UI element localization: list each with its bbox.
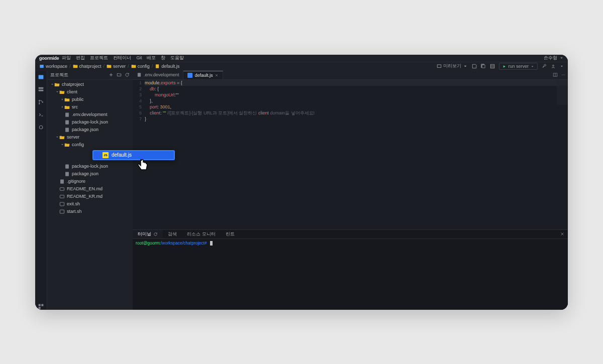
minimap[interactable]: [557, 80, 568, 105]
tree-item-package-lock-json[interactable]: package-lock.json: [47, 163, 133, 170]
tree-item-start-sh[interactable]: start.sh: [47, 208, 133, 215]
activity-bar: [35, 71, 47, 310]
explorer-icon[interactable]: [38, 74, 44, 80]
svg-rect-28: [138, 73, 141, 77]
svg-rect-7: [39, 75, 44, 79]
svg-rect-27: [60, 210, 64, 213]
terminal-tab-terminal[interactable]: 터미널: [133, 230, 163, 238]
command-icon[interactable]: [38, 111, 44, 118]
svg-rect-18: [65, 120, 69, 124]
svg-rect-26: [60, 202, 64, 206]
svg-rect-21: [65, 164, 69, 168]
close-icon[interactable]: [215, 73, 219, 77]
menu-window[interactable]: 창: [161, 55, 165, 61]
breadcrumb-server[interactable]: server: [107, 64, 126, 69]
svg-rect-3: [491, 64, 495, 68]
logo: goormide: [39, 56, 59, 61]
terminal-body[interactable]: root@goorm:/workspace/chatproject#: [133, 239, 568, 310]
menu-help[interactable]: 도움말: [170, 55, 184, 61]
more-icon[interactable]: [561, 72, 566, 77]
preview-button[interactable]: 미리보기: [437, 63, 468, 69]
breadcrumb: workspace / chatproject / server / confi…: [39, 64, 179, 69]
tab-default-js[interactable]: default.js: [183, 71, 223, 79]
chevron-down-icon[interactable]: [559, 56, 564, 60]
svg-rect-9: [39, 89, 44, 91]
svg-rect-23: [60, 179, 64, 183]
menu-file[interactable]: 파일: [62, 55, 71, 61]
split-icon[interactable]: [553, 72, 558, 77]
svg-point-33: [563, 74, 563, 75]
close-icon[interactable]: [560, 231, 565, 236]
refresh-icon[interactable]: [125, 72, 130, 77]
tree-item-README_EN-md[interactable]: README_EN.md: [47, 185, 133, 193]
run-button[interactable]: run server: [499, 63, 538, 70]
menu-git[interactable]: Git: [136, 55, 142, 61]
svg-point-6: [553, 65, 554, 66]
new-folder-icon[interactable]: [117, 72, 122, 77]
tree-item--env-development[interactable]: .env.development: [47, 111, 133, 118]
menu-project[interactable]: 프로젝트: [90, 55, 108, 61]
svg-rect-14: [39, 304, 41, 306]
debug-icon[interactable]: [38, 124, 44, 131]
cursor-hand-icon: [136, 158, 152, 176]
menu-container[interactable]: 컨테이너: [113, 55, 131, 61]
breadcrumb-workspace[interactable]: workspace: [39, 64, 67, 69]
tree-item--gitignore[interactable]: .gitignore: [47, 178, 133, 185]
terminal-tab-lint[interactable]: 린트: [221, 230, 240, 238]
svg-point-13: [39, 126, 43, 129]
new-file-icon[interactable]: [109, 72, 114, 77]
terminal-tab-resource[interactable]: 리소스 모니터: [182, 230, 221, 238]
tree-item-README_KR-md[interactable]: README_KR.md: [47, 193, 133, 200]
menu-bar: 파일 편집 프로젝트 컨테이너 Git 배포 창 도움말: [62, 55, 184, 61]
code-editor[interactable]: 1234567 module.exports = { db: { mongoUr…: [133, 80, 568, 229]
wrench-icon[interactable]: [542, 64, 547, 69]
tab-env-development[interactable]: .env.development: [133, 71, 183, 79]
tree-item-public[interactable]: public: [47, 96, 133, 103]
file-highlight-callout: JS default.js: [92, 150, 175, 160]
refresh-icon[interactable]: [153, 232, 158, 236]
tree-item-client[interactable]: client: [47, 88, 133, 96]
tree-item-package-json[interactable]: package.json: [47, 126, 133, 134]
breadcrumb-chatproject[interactable]: chatproject: [73, 64, 102, 69]
svg-rect-22: [65, 172, 69, 176]
svg-rect-29: [187, 73, 192, 78]
svg-point-34: [564, 74, 565, 75]
git-icon[interactable]: [38, 99, 44, 105]
svg-point-32: [562, 74, 562, 75]
js-icon: JS: [103, 152, 109, 158]
svg-rect-15: [41, 304, 43, 306]
svg-rect-24: [60, 187, 64, 190]
terminal-tab-search[interactable]: 검색: [163, 230, 182, 238]
menu-edit[interactable]: 편집: [76, 55, 85, 61]
svg-rect-25: [60, 195, 64, 198]
extensions-icon[interactable]: [38, 303, 44, 310]
storage-icon[interactable]: [38, 86, 44, 93]
svg-rect-0: [40, 65, 44, 68]
tree-item-package-json[interactable]: package.json: [47, 170, 133, 178]
user-icon[interactable]: [551, 64, 556, 69]
tree-item-config[interactable]: config: [47, 141, 133, 149]
svg-rect-16: [39, 307, 41, 309]
tree-item-src[interactable]: src: [47, 103, 133, 111]
svg-rect-19: [65, 128, 69, 132]
file-highlight-label: default.js: [112, 152, 132, 158]
user-name[interactable]: 손수형: [544, 55, 557, 61]
tree-item-chatproject[interactable]: chatproject: [47, 81, 133, 88]
sidebar: 프로젝트 chatprojectclientpublicsrc.env.deve…: [47, 71, 133, 310]
svg-rect-2: [438, 65, 442, 68]
svg-rect-17: [65, 112, 69, 116]
sidebar-title: 프로젝트: [50, 72, 68, 78]
save-all-icon[interactable]: [481, 64, 486, 69]
svg-rect-1: [156, 64, 159, 68]
tree-item-package-lock-json[interactable]: package-lock.json: [47, 118, 133, 126]
breadcrumb-config[interactable]: config: [131, 64, 150, 69]
svg-rect-8: [39, 87, 44, 88]
tree-item-exit-sh[interactable]: exit.sh: [47, 200, 133, 208]
save-icon[interactable]: [472, 64, 477, 69]
tree-item-server[interactable]: server: [47, 134, 133, 141]
layout-icon[interactable]: [490, 64, 495, 69]
breadcrumb-default-js[interactable]: default.js: [155, 64, 179, 69]
menu-deploy[interactable]: 배포: [147, 55, 156, 61]
